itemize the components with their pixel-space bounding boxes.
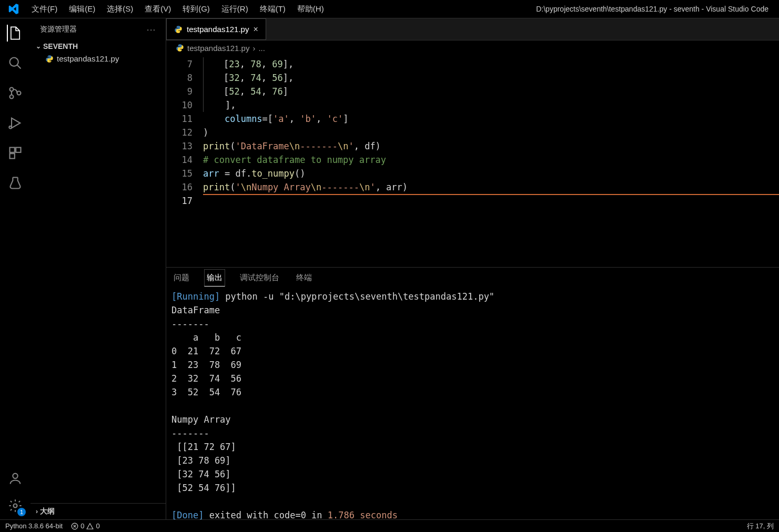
output-content[interactable]: [Running] python -u "d:\pyprojects\seven… (166, 288, 779, 519)
titlebar: 文件(F) 编辑(E) 选择(S) 查看(V) 转到(G) 运行(R) 终端(T… (0, 0, 779, 18)
output-np-header: Numpy Array (171, 414, 231, 425)
menu-view[interactable]: 查看(V) (139, 2, 176, 16)
python-file-icon (174, 25, 183, 34)
file-name: testpandas121.py (57, 54, 119, 63)
output-done-time: 1.786 seconds (328, 510, 398, 519)
testing-icon[interactable] (7, 175, 24, 191)
output-done-label: [Done] (171, 510, 204, 519)
output-np-row: [52 54 76]] (171, 483, 236, 493)
sidebar-more-icon[interactable]: ··· (147, 25, 156, 34)
status-python[interactable]: Python 3.8.6 64-bit (5, 522, 63, 530)
line-gutter: 7891011121314151617 (166, 55, 203, 267)
status-cursor[interactable]: 行 17, 列 (747, 521, 774, 531)
explorer-icon[interactable] (7, 25, 24, 42)
svg-rect-9 (10, 154, 15, 158)
search-icon[interactable] (7, 55, 24, 71)
output-done-text: exited with code=0 in (204, 510, 327, 519)
file-item[interactable]: testpandas121.py (31, 52, 166, 65)
sidebar: 资源管理器 ··· ⌄ SEVENTH testpandas121.py › 大… (31, 18, 166, 519)
menu-edit[interactable]: 编辑(E) (64, 2, 100, 16)
menu-select[interactable]: 选择(S) (102, 2, 138, 16)
tab-bar: testpandas121.py × (166, 18, 779, 40)
bottom-panel: 问题 输出 调试控制台 终端 [Running] python -u "d:\p… (166, 267, 779, 519)
folder-name: SEVENTH (43, 42, 78, 50)
python-file-icon (176, 44, 184, 52)
output-np-row: [[21 72 67] (171, 442, 236, 452)
status-errors: 0 (80, 522, 84, 530)
extensions-icon[interactable] (7, 145, 24, 161)
output-df-row: 2 32 74 56 (171, 373, 241, 384)
output-np-row: [32 74 56] (171, 469, 231, 479)
panel-tab-terminal[interactable]: 终端 (294, 270, 314, 286)
menu-run[interactable]: 运行(R) (216, 2, 254, 16)
panel-tab-debug[interactable]: 调试控制台 (238, 270, 281, 286)
editor-area: testpandas121.py × testpandas121.py › ..… (166, 18, 779, 519)
source-control-icon[interactable] (7, 85, 24, 101)
menubar: 文件(F) 编辑(E) 选择(S) 查看(V) 转到(G) 运行(R) 终端(T… (26, 2, 329, 16)
activity-bar (0, 18, 31, 519)
outline-label: 大纲 (40, 507, 55, 516)
panel-tab-output[interactable]: 输出 (204, 269, 225, 287)
status-python-label: Python 3.8.6 64-bit (5, 522, 63, 530)
output-df-cols: a b c (171, 332, 241, 343)
statusbar: Python 3.8.6 64-bit 0 0 行 17, 列 (0, 519, 779, 532)
code-editor[interactable]: 7891011121314151617 [23, 78, 69], [32, 7… (166, 55, 779, 267)
status-problems[interactable]: 0 0 (71, 522, 99, 530)
breadcrumb-more: ... (258, 44, 265, 53)
menu-help[interactable]: 帮助(H) (292, 2, 329, 16)
output-df-row: 1 23 78 69 (171, 360, 241, 370)
chevron-down-icon: ⌄ (36, 43, 41, 50)
panel-tabs: 问题 输出 调试控制台 终端 (166, 268, 779, 288)
menu-goto[interactable]: 转到(G) (177, 2, 215, 16)
sidebar-title: 资源管理器 (40, 25, 77, 34)
output-df-header: DataFrame (171, 305, 220, 315)
output-df-row: 3 52 54 76 (171, 387, 241, 397)
breadcrumb-file: testpandas121.py (187, 44, 249, 53)
close-icon[interactable]: × (253, 25, 258, 34)
python-file-icon (45, 55, 54, 63)
svg-line-1 (17, 65, 21, 69)
editor-tab[interactable]: testpandas121.py × (166, 18, 266, 40)
code-content[interactable]: [23, 78, 69], [32, 74, 56], [52, 54, 76]… (203, 55, 779, 267)
svg-rect-7 (10, 148, 15, 152)
svg-point-11 (13, 474, 17, 478)
svg-point-0 (10, 58, 18, 66)
statusbar-right: 行 17, 列 (747, 521, 774, 531)
output-running-label: [Running] (171, 291, 220, 302)
settings-icon[interactable] (7, 497, 24, 514)
breadcrumb-sep: › (252, 44, 255, 53)
account-icon[interactable] (7, 470, 24, 487)
sidebar-folder[interactable]: ⌄ SEVENTH (31, 40, 166, 52)
panel-tab-problems[interactable]: 问题 (171, 270, 191, 286)
output-command: python -u "d:\pyprojects\seventh\testpan… (220, 291, 494, 302)
svg-rect-8 (16, 148, 21, 152)
output-sep: ------- (171, 428, 209, 438)
svg-marker-5 (12, 118, 20, 128)
status-warnings: 0 (96, 522, 99, 530)
vscode-logo-icon (0, 3, 26, 15)
run-debug-icon[interactable] (7, 115, 24, 131)
output-sep: ------- (171, 319, 209, 329)
sidebar-header: 资源管理器 ··· (31, 18, 166, 40)
output-df-row: 0 21 72 67 (171, 346, 241, 356)
svg-point-12 (14, 504, 17, 508)
breadcrumb[interactable]: testpandas121.py › ... (166, 40, 779, 55)
menu-terminal[interactable]: 终端(T) (255, 2, 291, 16)
svg-point-2 (10, 88, 14, 91)
svg-point-3 (10, 95, 14, 99)
svg-point-6 (9, 126, 12, 129)
tab-label: testpandas121.py (187, 25, 249, 34)
menu-file[interactable]: 文件(F) (26, 2, 63, 16)
output-np-row: [23 78 69] (171, 455, 231, 466)
window-title: D:\pyprojects\seventh\testpandas121.py -… (329, 5, 779, 13)
outline-section[interactable]: › 大纲 (31, 503, 166, 519)
chevron-right-icon: › (36, 508, 38, 515)
